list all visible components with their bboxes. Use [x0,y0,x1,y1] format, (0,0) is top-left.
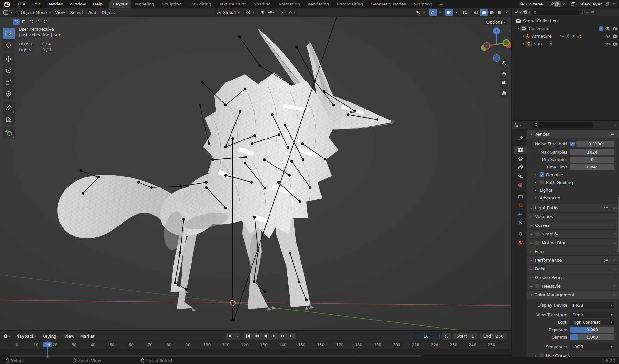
camera-view-button[interactable] [500,79,508,88]
outliner-editor-type-button[interactable]: ▾ [514,10,521,14]
outliner-search-input[interactable] [531,9,580,15]
play-reverse-button[interactable] [261,333,270,340]
menu-view-timeline[interactable]: View [62,334,77,339]
tab-world[interactable] [514,180,527,189]
tool-cursor[interactable] [3,39,15,51]
display-device-dropdown[interactable]: sRGB ▾ [570,302,614,308]
min-samples-field[interactable]: 0 [570,157,614,163]
tool-transform[interactable] [3,88,15,99]
workspace-tab-animation[interactable]: Animation [275,0,304,8]
toggle-perspective-button[interactable] [500,89,508,97]
show-gizmo-toggle[interactable] [429,9,437,16]
snap-target-dropdown[interactable]: ▾ [266,9,276,16]
color-management-disclosure[interactable]: ▾ [529,293,533,297]
section-bake[interactable]: ▸Bake ∷∷ [527,265,619,273]
select-mode-invert-button[interactable] [35,19,42,25]
outliner-filter-button[interactable]: ▾ [581,11,588,14]
tool-annotate[interactable] [3,102,15,113]
tab-scene[interactable] [514,172,527,180]
workspace-tab-uv-editing[interactable]: UV Editing [185,0,215,8]
color-management-header[interactable]: ▾ Color Management ∷∷ [527,291,619,299]
section-film[interactable]: ▸Film ∷∷ [527,247,619,255]
select-mode-subtract-button[interactable] [28,19,34,25]
workspace-tab-texture-paint[interactable]: Texture Paint [215,0,250,8]
sidebar-collapse-arrow[interactable]: ‹ [509,28,511,33]
tool-measure[interactable] [3,113,15,125]
keying-dropdown[interactable]: ▾ [234,333,240,340]
auto-keying-button[interactable] [226,333,234,340]
current-frame-field[interactable]: 16 [412,333,440,339]
menu-marker[interactable]: Marker [78,334,97,339]
jump-to-start-button[interactable] [244,333,252,340]
tool-move[interactable] [3,53,15,64]
shading-material-button[interactable] [488,9,496,16]
workspace-tab-layout[interactable]: Layout [109,0,131,8]
workspace-tab-modeling[interactable]: Modeling [131,0,158,8]
section-freestyle[interactable]: ▸Freestyle ∷∷ [527,282,619,290]
tab-render[interactable] [514,146,527,154]
select-mode-new-button[interactable] [13,19,20,25]
look-dropdown[interactable]: High Contrast ▾ [570,319,614,325]
lights-toggle-row[interactable]: ▸ Lights [527,186,619,194]
timeline-track[interactable] [0,349,511,357]
tab-collection[interactable] [514,192,527,201]
scene-name[interactable]: Scene [527,2,550,6]
add-workspace-button[interactable]: + [436,2,446,7]
collection-hide-eye-icon[interactable] [605,27,610,30]
viewport-3d[interactable]: ▾ Object Mode ▾ View Select Add Object G… [0,8,511,330]
menu-window[interactable]: Window [66,0,89,8]
tool-rotate[interactable] [3,65,15,76]
render-disclosure[interactable]: ▾ [529,133,533,136]
sun-expand-arrow[interactable]: ▸ [522,42,526,45]
sequencer-dropdown[interactable]: sRGB ▾ [570,344,614,350]
collection-expand-arrow[interactable]: ▾ [516,27,520,30]
overlays-dropdown[interactable]: ▾ [453,9,458,16]
noise-threshold-field[interactable]: 0.0100 [576,141,614,147]
outliner-row-collection[interactable]: ▾ Collection ✓ [512,24,619,32]
use-curves-row[interactable]: ▸ Use Curves [527,352,619,357]
tool-add-cube[interactable] [3,127,15,139]
select-mode-intersect-button[interactable] [43,19,49,25]
shading-solid-button[interactable] [480,9,488,16]
tab-physics[interactable] [514,209,527,218]
tab-tool[interactable] [514,134,527,143]
workspace-tab-sculpting[interactable]: Sculpting [158,0,186,8]
exposure-slider[interactable]: 0.000 [570,327,614,333]
menu-keying[interactable]: Keying▾ [40,334,61,339]
options-button[interactable]: Options ▾ [484,19,507,25]
navigation-gizmo[interactable]: Z [481,19,511,64]
view-transform-dropdown[interactable]: Filmic ▾ [570,312,614,318]
play-button[interactable] [270,333,278,340]
advanced-toggle-row[interactable]: ▸ Advanced [527,194,619,202]
unlink-scene-button[interactable]: ✕ [561,2,566,6]
armature-render-camera-icon[interactable] [613,34,617,38]
view-layer-name[interactable]: ViewLayer [578,2,604,6]
properties-search-input[interactable] [532,122,594,128]
jump-to-end-button[interactable] [287,333,296,340]
sun-render-camera-icon[interactable] [613,42,617,46]
max-samples-field[interactable]: 1024 [570,149,614,155]
new-view-layer-button[interactable] [604,1,611,7]
tool-select-box[interactable] [3,28,15,39]
tab-texture[interactable] [514,238,527,247]
tab-object[interactable] [514,201,527,209]
tab-constraints[interactable] [514,218,527,227]
collection-checkbox[interactable]: ✓ [599,26,603,31]
timeline-ruler[interactable]: 16 0102030405060708090100110120130140150… [0,341,511,349]
section-light-paths[interactable]: ▸Light Paths :≡∷∷ [527,204,619,212]
blender-logo-icon[interactable] [3,1,11,7]
outliner-row-sun[interactable]: ▸ Sun [512,40,619,48]
path-guiding-toggle-row[interactable]: ▸ Path Guiding [527,178,619,186]
use-preview-range-button[interactable] [442,333,451,340]
menu-select[interactable]: Select [68,10,86,15]
shading-rendered-button[interactable] [496,9,503,16]
new-scene-button[interactable] [554,1,561,7]
properties-options-chevron[interactable]: ▾ [614,124,616,127]
menu-file[interactable]: File [15,0,29,8]
section-performance[interactable]: ▸Performance :≡∷∷ [527,256,619,264]
new-collection-button[interactable] [589,10,596,15]
section-curves[interactable]: ▸Curves ∷∷ [527,221,619,229]
render-preset-list-icon[interactable]: :≡ [609,132,614,137]
playhead-line[interactable] [47,341,48,358]
menu-help[interactable]: Help [90,0,106,8]
